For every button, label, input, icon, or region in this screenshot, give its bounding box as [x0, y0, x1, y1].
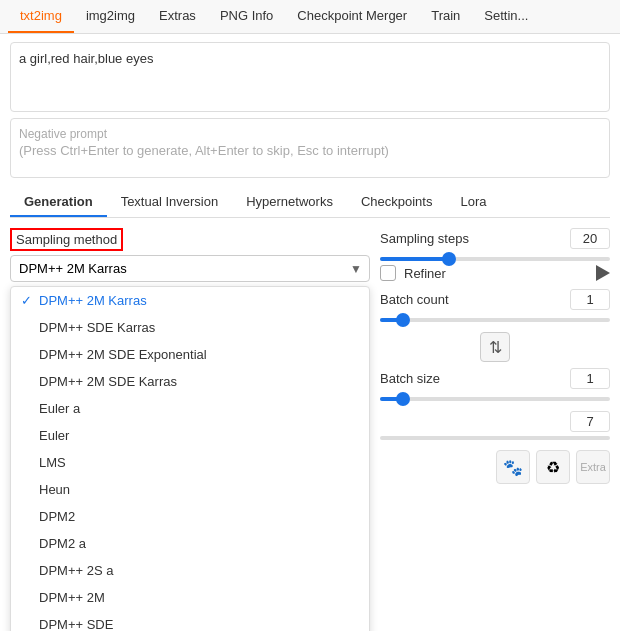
- nav-png-info[interactable]: PNG Info: [208, 0, 285, 33]
- negative-prompt-label: Negative prompt: [19, 127, 601, 141]
- extra-field-value[interactable]: 7: [570, 411, 610, 432]
- dropdown-item-dpm2sa[interactable]: DPM++ 2S a: [11, 557, 369, 584]
- tab-hypernetworks[interactable]: Hypernetworks: [232, 188, 347, 217]
- tab-checkpoints[interactable]: Checkpoints: [347, 188, 447, 217]
- positive-prompt-text: a girl,red hair,blue eyes: [19, 51, 153, 66]
- dropdown-item-label: Euler a: [39, 401, 80, 416]
- dropdown-item-dpm-sde-karras[interactable]: DPM++ SDE Karras: [11, 314, 369, 341]
- dropdown-item-lms[interactable]: LMS: [11, 449, 369, 476]
- batch-count-thumb: [396, 313, 410, 327]
- dropdown-item-label: Euler: [39, 428, 69, 443]
- steps-label: Sampling steps: [380, 231, 469, 246]
- refiner-row: Refiner: [380, 265, 610, 281]
- dropdown-item-label: DPM++ 2M SDE Exponential: [39, 347, 207, 362]
- extra-icon-button[interactable]: Extra: [576, 450, 610, 484]
- tab-textual-inversion[interactable]: Textual Inversion: [107, 188, 233, 217]
- batch-count-label: Batch count: [380, 292, 449, 307]
- nav-txt2img[interactable]: txt2img: [8, 0, 74, 33]
- dropdown-item-dpm2[interactable]: DPM2: [11, 503, 369, 530]
- swap-icon: ⇅: [489, 338, 502, 357]
- dropdown-item-label: DPM++ 2M: [39, 590, 105, 605]
- top-navigation: txt2img img2img Extras PNG Info Checkpoi…: [0, 0, 620, 34]
- paw-icon: 🐾: [503, 458, 523, 477]
- panel-body: Sampling method DPM++ 2M Karras ▼ ✓ DPM+…: [10, 228, 610, 631]
- sampling-dropdown-list: ✓ DPM++ 2M Karras DPM++ SDE Karras DPM++…: [10, 286, 370, 631]
- dropdown-item-label: DPM++ 2M Karras: [39, 293, 147, 308]
- steps-slider-bar[interactable]: [380, 257, 610, 261]
- dropdown-item-euler[interactable]: Euler: [11, 422, 369, 449]
- left-panel: Sampling method DPM++ 2M Karras ▼ ✓ DPM+…: [10, 228, 370, 631]
- recycle-icon: ♻: [546, 458, 560, 477]
- dropdown-item-label: Heun: [39, 482, 70, 497]
- batch-size-value[interactable]: 1: [570, 368, 610, 389]
- dropdown-item-label: DPM++ SDE: [39, 617, 113, 631]
- steps-slider-thumb: [442, 252, 456, 266]
- dropdown-item-heun[interactable]: Heun: [11, 476, 369, 503]
- dropdown-item-dpmsde[interactable]: DPM++ SDE: [11, 611, 369, 631]
- nav-settings[interactable]: Settin...: [472, 0, 540, 33]
- batch-size-slider[interactable]: [380, 397, 610, 401]
- sampling-method-label: Sampling method: [10, 228, 123, 251]
- recycle-icon-button[interactable]: ♻: [536, 450, 570, 484]
- dropdown-item-dpm2m[interactable]: DPM++ 2M: [11, 584, 369, 611]
- dropdown-item-label: DPM++ 2S a: [39, 563, 113, 578]
- batch-count-value[interactable]: 1: [570, 289, 610, 310]
- dropdown-item-label: LMS: [39, 455, 66, 470]
- steps-slider-area: [380, 257, 610, 261]
- dropdown-item-label: DPM2: [39, 509, 75, 524]
- batch-size-thumb: [396, 392, 410, 406]
- dropdown-item-label: DPM++ 2M SDE Karras: [39, 374, 177, 389]
- refiner-checkbox[interactable]: [380, 265, 396, 281]
- swap-button[interactable]: ⇅: [480, 332, 510, 362]
- tab-lora[interactable]: Lora: [446, 188, 500, 217]
- extra-slider[interactable]: [380, 436, 610, 440]
- sub-tab-bar: Generation Textual Inversion Hypernetwor…: [10, 188, 610, 218]
- batch-size-row: Batch size 1: [380, 368, 610, 389]
- refiner-play-button[interactable]: [596, 265, 610, 281]
- steps-slider-fill: [380, 257, 449, 261]
- negative-prompt[interactable]: Negative prompt (Press Ctrl+Enter to gen…: [10, 118, 610, 178]
- sampling-method-select[interactable]: DPM++ 2M Karras: [10, 255, 370, 282]
- dropdown-item-label: DPM++ SDE Karras: [39, 320, 155, 335]
- dropdown-item-euler-a[interactable]: Euler a: [11, 395, 369, 422]
- dropdown-item-dpm2m-karras[interactable]: ✓ DPM++ 2M Karras: [11, 287, 369, 314]
- refiner-label: Refiner: [404, 266, 588, 281]
- dropdown-item-dpm2m-sde-karras[interactable]: DPM++ 2M SDE Karras: [11, 368, 369, 395]
- extra-text-icon: Extra: [580, 461, 606, 473]
- batch-count-row: Batch count 1: [380, 289, 610, 310]
- sampling-method-select-wrapper: DPM++ 2M Karras ▼: [10, 255, 370, 282]
- nav-checkpoint-merger[interactable]: Checkpoint Merger: [285, 0, 419, 33]
- dropdown-item-dpm2a[interactable]: DPM2 a: [11, 530, 369, 557]
- steps-value[interactable]: 20: [570, 228, 610, 249]
- batch-size-label: Batch size: [380, 371, 440, 386]
- positive-prompt[interactable]: a girl,red hair,blue eyes: [10, 42, 610, 112]
- dropdown-item-label: DPM2 a: [39, 536, 86, 551]
- main-content: a girl,red hair,blue eyes Negative promp…: [0, 34, 620, 631]
- dropdown-item-dpm2m-sde-exp[interactable]: DPM++ 2M SDE Exponential: [11, 341, 369, 368]
- nav-extras[interactable]: Extras: [147, 0, 208, 33]
- tab-generation[interactable]: Generation: [10, 188, 107, 217]
- right-panel: Sampling steps 20 Refiner Batch count 1: [380, 228, 610, 631]
- negative-prompt-hint: (Press Ctrl+Enter to generate, Alt+Enter…: [19, 143, 389, 158]
- steps-row: Sampling steps 20: [380, 228, 610, 249]
- checkmark-icon: ✓: [21, 293, 35, 308]
- nav-img2img[interactable]: img2img: [74, 0, 147, 33]
- nav-train[interactable]: Train: [419, 0, 472, 33]
- batch-count-slider[interactable]: [380, 318, 610, 322]
- paw-icon-button[interactable]: 🐾: [496, 450, 530, 484]
